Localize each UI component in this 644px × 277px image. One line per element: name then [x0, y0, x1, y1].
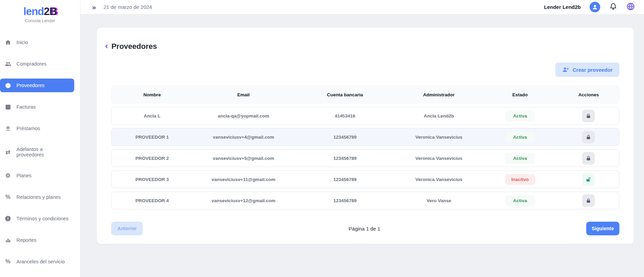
cell-cuenta-bancaria: 123456789: [294, 156, 396, 161]
sidebar-item-relaciones[interactable]: % Relaciones y planes: [0, 190, 74, 204]
lock-button[interactable]: [582, 194, 595, 207]
language-globe-icon[interactable]: [626, 2, 635, 12]
cell-acciones: [558, 194, 619, 207]
providers-table: Nombre Email Cuenta bancaria Administrad…: [111, 86, 619, 209]
cell-email: vanseviciusv+11@gmail.com: [193, 177, 294, 182]
proveedores-card: ‹ Proveedores Crear proveedor Nombre Ema…: [97, 28, 634, 244]
sidebar-item-label: Compradores: [16, 61, 47, 67]
sidebar-collapse-icon[interactable]: »: [92, 3, 96, 11]
brand-name-b: B: [49, 5, 56, 18]
sidebar-item-planes[interactable]: ⚙ Planes: [0, 169, 74, 182]
cell-estado: Activa: [482, 195, 558, 206]
table-row[interactable]: PROVEEDOR 3 vanseviciusv+11@gmail.com 12…: [111, 170, 619, 188]
cell-nombre: PROVEEDOR 2: [111, 156, 193, 161]
page-info: Página 1 de 1: [143, 226, 586, 232]
status-badge: Activa: [505, 195, 535, 206]
app-root: lend2B Consola Lender Inicio Compradores: [0, 0, 644, 277]
main-column: » 21 de marzo de 2024 Lender Lend2b ‹: [80, 0, 644, 277]
col-header-acciones: Acciones: [558, 92, 619, 97]
current-date: 21 de marzo de 2024: [104, 4, 152, 10]
pagination: Anterior Página 1 de 1 Siguiente: [111, 222, 619, 235]
gear-icon: ⚙: [4, 172, 12, 179]
sidebar-item-label: Términos y condiciones: [16, 216, 68, 221]
cell-cuenta-bancaria: 123456789: [294, 177, 396, 182]
lock-icon: [586, 155, 591, 161]
previous-page-button[interactable]: Anterior: [111, 222, 143, 235]
notifications-bell-icon[interactable]: [609, 2, 617, 12]
sidebar-item-terminos[interactable]: ! Términos y condiciones: [0, 212, 74, 225]
cell-administrador: Veronica Vansevicius: [396, 156, 482, 161]
cell-estado: Activa: [482, 132, 558, 142]
status-badge: Activa: [505, 132, 535, 142]
svg-text:$: $: [7, 126, 9, 129]
next-page-button[interactable]: Siguiente: [586, 222, 619, 235]
user-avatar[interactable]: [590, 2, 600, 12]
lock-button[interactable]: [582, 110, 595, 122]
sidebar-item-label: Adelantos a proveedores: [16, 147, 71, 157]
cell-nombre: Ancla L: [111, 113, 193, 119]
brand-name: lend2B: [0, 5, 80, 18]
sidebar-item-label: Aranceles del servicio: [16, 259, 65, 264]
cell-administrador: Veronica Vansevicius: [396, 177, 482, 182]
cell-acciones: [558, 110, 619, 122]
people-icon: [4, 60, 12, 67]
sidebar-item-label: Relaciones y planes: [16, 194, 61, 200]
percent-icon: %: [4, 258, 12, 265]
cell-administrador: Vero Vanse: [396, 198, 482, 203]
table-row[interactable]: PROVEEDOR 1 vanseviciusv+4@gmail.com 123…: [111, 128, 619, 146]
sidebar-item-label: Préstamos: [16, 126, 40, 131]
unlock-button[interactable]: [582, 173, 595, 186]
cell-estado: Inactivo: [482, 174, 558, 185]
sidebar-item-facturas[interactable]: Facturas: [0, 100, 74, 114]
cell-acciones: [558, 173, 619, 186]
lock-icon: [586, 113, 591, 119]
coin-icon: $: [4, 125, 12, 132]
create-provider-button[interactable]: Crear proveedor: [555, 63, 619, 77]
grid-table-icon: [4, 103, 12, 110]
lock-icon: [586, 134, 591, 140]
sidebar-item-label: Planes: [16, 173, 31, 178]
table-row[interactable]: PROVEEDOR 4 vanseviciusv+12@gmail.com 12…: [111, 192, 619, 209]
brand-logo: lend2B Consola Lender: [0, 3, 80, 31]
cell-estado: Activa: [482, 153, 558, 164]
percent-icon: %: [4, 194, 12, 200]
table-row[interactable]: Ancla L ancla-qa@yopmail.com 41453416 An…: [111, 107, 619, 125]
topbar-right: Lender Lend2b: [544, 2, 635, 12]
sidebar-item-reportes[interactable]: Reportes: [0, 233, 74, 247]
col-header-administrador: Administrador: [396, 92, 482, 97]
cell-nombre: PROVEEDOR 3: [111, 177, 193, 182]
cell-email: ancla-qa@yopmail.com: [193, 113, 294, 119]
cell-administrador: Ancla Lend2b: [396, 113, 482, 119]
sidebar-item-prestamos[interactable]: $ Préstamos: [0, 122, 74, 135]
sidebar-item-label: Reportes: [16, 237, 37, 243]
col-header-estado: Estado: [482, 92, 558, 97]
brand-name-2: 2: [44, 5, 49, 17]
lock-button[interactable]: [582, 131, 595, 143]
page-title: Proveedores: [111, 42, 157, 51]
page-title-row: ‹ Proveedores: [105, 42, 619, 51]
brand-subtitle: Consola Lender: [0, 18, 80, 23]
person-add-icon: [562, 66, 569, 73]
cell-nombre: PROVEEDOR 4: [111, 198, 193, 203]
sidebar-item-aranceles[interactable]: % Aranceles del servicio: [0, 255, 74, 268]
actions-row: Crear proveedor: [111, 63, 619, 77]
table-row[interactable]: PROVEEDOR 2 vanseviciusv+5@gmail.com 123…: [111, 149, 619, 167]
cell-cuenta-bancaria: 123456789: [294, 135, 396, 140]
sidebar-item-proveedores[interactable]: Proveedores: [0, 79, 74, 92]
sidebar: lend2B Consola Lender Inicio Compradores: [0, 0, 80, 277]
sidebar-item-inicio[interactable]: Inicio: [0, 36, 74, 49]
cell-email: vanseviciusv+12@gmail.com: [193, 198, 294, 203]
cell-email: vanseviciusv+4@gmail.com: [193, 135, 294, 140]
col-header-nombre: Nombre: [111, 92, 193, 97]
lock-button[interactable]: [582, 152, 595, 165]
cell-acciones: [558, 152, 619, 165]
bar-chart-icon: [4, 237, 12, 244]
back-chevron-icon[interactable]: ‹: [105, 41, 108, 50]
swap-arrows-icon: ⇄: [4, 149, 12, 155]
sidebar-item-adelantos[interactable]: ⇄ Adelantos a proveedores: [0, 143, 74, 161]
cube-icon: [4, 82, 12, 89]
create-provider-label: Crear proveedor: [573, 67, 613, 73]
sidebar-item-compradores[interactable]: Compradores: [0, 57, 74, 71]
cell-cuenta-bancaria: 123456789: [294, 198, 396, 203]
col-header-cuenta-bancaria: Cuenta bancaria: [294, 92, 396, 97]
